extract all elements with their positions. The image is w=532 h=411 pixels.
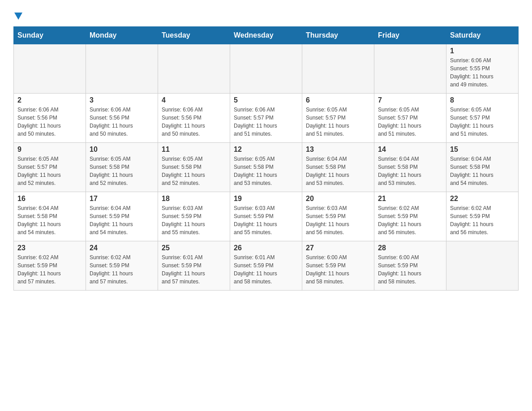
day-number: 3 [90, 96, 154, 104]
page-header [13, 9, 519, 22]
day-info: Sunrise: 6:05 AM Sunset: 5:57 PM Dayligh… [17, 155, 82, 187]
day-number: 22 [450, 195, 515, 203]
calendar-week-row: 23Sunrise: 6:02 AM Sunset: 5:59 PM Dayli… [14, 241, 519, 290]
day-number: 2 [17, 96, 82, 104]
logo-triangle-icon [14, 13, 22, 20]
calendar-day-cell: 14Sunrise: 6:04 AM Sunset: 5:58 PM Dayli… [374, 142, 446, 192]
calendar-day-cell: 4Sunrise: 6:06 AM Sunset: 5:56 PM Daylig… [158, 93, 230, 142]
day-number: 26 [234, 244, 298, 252]
logo [13, 9, 22, 22]
header-friday: Friday [374, 26, 446, 44]
day-number: 27 [306, 244, 370, 252]
day-number: 5 [234, 96, 298, 104]
day-info: Sunrise: 6:05 AM Sunset: 5:58 PM Dayligh… [234, 155, 298, 187]
calendar-day-cell: 24Sunrise: 6:02 AM Sunset: 5:59 PM Dayli… [86, 241, 158, 290]
day-info: Sunrise: 6:04 AM Sunset: 5:58 PM Dayligh… [450, 155, 515, 187]
calendar-day-cell [86, 44, 158, 93]
day-info: Sunrise: 6:04 AM Sunset: 5:58 PM Dayligh… [306, 155, 370, 187]
day-info: Sunrise: 6:02 AM Sunset: 5:59 PM Dayligh… [378, 204, 442, 236]
day-number: 8 [450, 96, 515, 104]
calendar-day-cell: 22Sunrise: 6:02 AM Sunset: 5:59 PM Dayli… [446, 192, 519, 241]
calendar-table: SundayMondayTuesdayWednesdayThursdayFrid… [13, 26, 519, 291]
day-number: 16 [17, 195, 82, 203]
day-info: Sunrise: 6:02 AM Sunset: 5:59 PM Dayligh… [450, 204, 515, 236]
calendar-day-cell: 25Sunrise: 6:01 AM Sunset: 5:59 PM Dayli… [158, 241, 230, 290]
day-number: 21 [378, 195, 442, 203]
calendar-day-cell: 16Sunrise: 6:04 AM Sunset: 5:58 PM Dayli… [14, 192, 86, 241]
day-number: 9 [17, 146, 82, 154]
calendar-day-cell: 11Sunrise: 6:05 AM Sunset: 5:58 PM Dayli… [158, 142, 230, 192]
day-info: Sunrise: 6:05 AM Sunset: 5:58 PM Dayligh… [162, 155, 226, 187]
calendar-day-cell: 21Sunrise: 6:02 AM Sunset: 5:59 PM Dayli… [374, 192, 446, 241]
day-number: 6 [306, 96, 370, 104]
calendar-day-cell: 1Sunrise: 6:06 AM Sunset: 5:55 PM Daylig… [446, 44, 519, 93]
day-info: Sunrise: 6:05 AM Sunset: 5:57 PM Dayligh… [378, 106, 442, 138]
day-number: 12 [234, 146, 298, 154]
calendar-day-cell [14, 44, 86, 93]
header-tuesday: Tuesday [158, 26, 230, 44]
calendar-day-cell: 10Sunrise: 6:05 AM Sunset: 5:58 PM Dayli… [86, 142, 158, 192]
header-saturday: Saturday [446, 26, 519, 44]
day-number: 24 [90, 244, 154, 252]
calendar-day-cell: 28Sunrise: 6:00 AM Sunset: 5:59 PM Dayli… [374, 241, 446, 290]
day-number: 25 [162, 244, 226, 252]
day-number: 14 [378, 146, 442, 154]
day-number: 28 [378, 244, 442, 252]
day-number: 20 [306, 195, 370, 203]
day-info: Sunrise: 6:06 AM Sunset: 5:56 PM Dayligh… [17, 106, 82, 138]
calendar-week-row: 1Sunrise: 6:06 AM Sunset: 5:55 PM Daylig… [14, 44, 519, 93]
day-info: Sunrise: 6:06 AM Sunset: 5:55 PM Dayligh… [450, 56, 515, 89]
day-info: Sunrise: 6:05 AM Sunset: 5:57 PM Dayligh… [450, 106, 515, 138]
calendar-day-cell: 2Sunrise: 6:06 AM Sunset: 5:56 PM Daylig… [14, 93, 86, 142]
day-info: Sunrise: 6:04 AM Sunset: 5:58 PM Dayligh… [378, 155, 442, 187]
calendar-day-cell: 13Sunrise: 6:04 AM Sunset: 5:58 PM Dayli… [302, 142, 374, 192]
calendar-day-cell: 18Sunrise: 6:03 AM Sunset: 5:59 PM Dayli… [158, 192, 230, 241]
calendar-day-cell: 19Sunrise: 6:03 AM Sunset: 5:59 PM Dayli… [230, 192, 302, 241]
calendar-week-row: 2Sunrise: 6:06 AM Sunset: 5:56 PM Daylig… [14, 93, 519, 142]
header-wednesday: Wednesday [230, 26, 302, 44]
day-number: 17 [90, 195, 154, 203]
calendar-day-cell [302, 44, 374, 93]
calendar-header-row: SundayMondayTuesdayWednesdayThursdayFrid… [14, 26, 519, 44]
calendar-day-cell: 3Sunrise: 6:06 AM Sunset: 5:56 PM Daylig… [86, 93, 158, 142]
day-info: Sunrise: 6:04 AM Sunset: 5:58 PM Dayligh… [17, 204, 82, 236]
day-number: 1 [450, 47, 515, 55]
day-info: Sunrise: 6:05 AM Sunset: 5:57 PM Dayligh… [306, 106, 370, 138]
day-number: 4 [162, 96, 226, 104]
calendar-day-cell: 7Sunrise: 6:05 AM Sunset: 5:57 PM Daylig… [374, 93, 446, 142]
day-number: 13 [306, 146, 370, 154]
day-number: 10 [90, 146, 154, 154]
header-monday: Monday [86, 26, 158, 44]
day-number: 19 [234, 195, 298, 203]
calendar-day-cell: 6Sunrise: 6:05 AM Sunset: 5:57 PM Daylig… [302, 93, 374, 142]
day-info: Sunrise: 6:01 AM Sunset: 5:59 PM Dayligh… [234, 253, 298, 286]
day-info: Sunrise: 6:03 AM Sunset: 5:59 PM Dayligh… [162, 204, 226, 236]
day-info: Sunrise: 6:03 AM Sunset: 5:59 PM Dayligh… [234, 204, 298, 236]
day-number: 18 [162, 195, 226, 203]
day-info: Sunrise: 6:06 AM Sunset: 5:56 PM Dayligh… [162, 106, 226, 138]
calendar-day-cell: 26Sunrise: 6:01 AM Sunset: 5:59 PM Dayli… [230, 241, 302, 290]
day-info: Sunrise: 6:00 AM Sunset: 5:59 PM Dayligh… [378, 253, 442, 286]
calendar-day-cell: 17Sunrise: 6:04 AM Sunset: 5:59 PM Dayli… [86, 192, 158, 241]
calendar-day-cell [230, 44, 302, 93]
calendar-day-cell [374, 44, 446, 93]
calendar-day-cell: 9Sunrise: 6:05 AM Sunset: 5:57 PM Daylig… [14, 142, 86, 192]
day-info: Sunrise: 6:06 AM Sunset: 5:56 PM Dayligh… [90, 106, 154, 138]
day-number: 15 [450, 146, 515, 154]
day-info: Sunrise: 6:00 AM Sunset: 5:59 PM Dayligh… [306, 253, 370, 286]
header-thursday: Thursday [302, 26, 374, 44]
calendar-day-cell: 23Sunrise: 6:02 AM Sunset: 5:59 PM Dayli… [14, 241, 86, 290]
calendar-day-cell: 8Sunrise: 6:05 AM Sunset: 5:57 PM Daylig… [446, 93, 519, 142]
day-number: 7 [378, 96, 442, 104]
calendar-day-cell [158, 44, 230, 93]
calendar-day-cell: 5Sunrise: 6:06 AM Sunset: 5:57 PM Daylig… [230, 93, 302, 142]
header-sunday: Sunday [14, 26, 86, 44]
calendar-day-cell [446, 241, 519, 290]
day-info: Sunrise: 6:03 AM Sunset: 5:59 PM Dayligh… [306, 204, 370, 236]
calendar-day-cell: 20Sunrise: 6:03 AM Sunset: 5:59 PM Dayli… [302, 192, 374, 241]
day-info: Sunrise: 6:05 AM Sunset: 5:58 PM Dayligh… [90, 155, 154, 187]
day-info: Sunrise: 6:04 AM Sunset: 5:59 PM Dayligh… [90, 204, 154, 236]
calendar-day-cell: 12Sunrise: 6:05 AM Sunset: 5:58 PM Dayli… [230, 142, 302, 192]
day-info: Sunrise: 6:02 AM Sunset: 5:59 PM Dayligh… [17, 253, 82, 286]
day-info: Sunrise: 6:06 AM Sunset: 5:57 PM Dayligh… [234, 106, 298, 138]
